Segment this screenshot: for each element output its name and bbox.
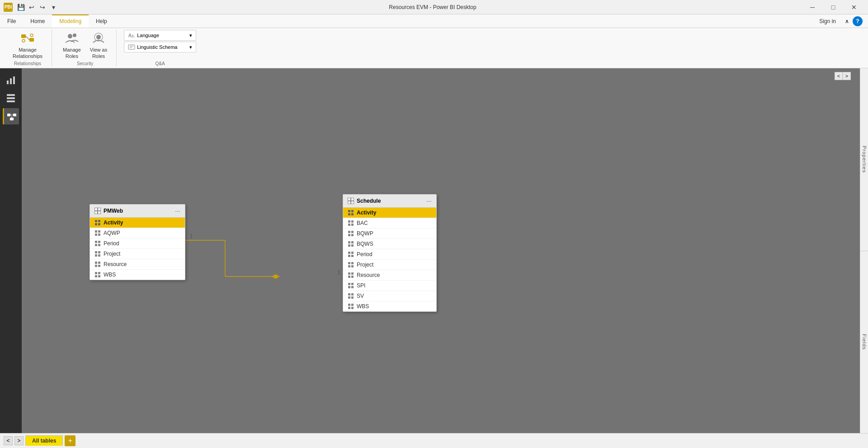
redo-button[interactable]: ↪ xyxy=(38,3,47,12)
schedule-row-activity-label: Activity xyxy=(357,210,376,216)
svg-rect-38 xyxy=(95,223,97,225)
undo-button[interactable]: ↩ xyxy=(27,3,36,12)
maximize-button[interactable]: □ xyxy=(823,0,844,14)
add-tab-button[interactable]: + xyxy=(65,435,75,446)
model-canvas[interactable]: 1 1 PMWeb ··· Activity A xyxy=(22,68,860,433)
svg-rect-57 xyxy=(98,272,100,274)
schedule-row-wbs[interactable]: WBS xyxy=(343,301,436,311)
schedule-wbs-icon xyxy=(348,303,354,310)
svg-rect-68 xyxy=(348,220,350,223)
language-label: Language xyxy=(137,33,159,38)
dropdown-button[interactable]: ▾ xyxy=(49,3,58,12)
expand-button[interactable]: ∧ xyxy=(845,18,849,24)
minimize-button[interactable]: ─ xyxy=(802,0,823,14)
view-as-roles-label: View asRoles xyxy=(90,47,107,59)
svg-rect-73 xyxy=(351,231,354,233)
svg-rect-48 xyxy=(95,251,97,253)
svg-rect-80 xyxy=(348,252,350,254)
linguistic-schema-button[interactable]: Linguistic Schema ▾ xyxy=(124,42,196,52)
svg-rect-92 xyxy=(348,283,350,285)
svg-rect-102 xyxy=(348,307,350,309)
ribbon-group-security: ManageRoles View asRoles Security xyxy=(54,30,117,66)
svg-rect-60 xyxy=(348,198,350,200)
tab-help[interactable]: Help xyxy=(89,14,114,28)
properties-panel-button[interactable]: Properties xyxy=(860,68,868,251)
pmweb-row-wbs[interactable]: WBS xyxy=(90,270,185,280)
svg-point-5 xyxy=(68,34,72,38)
sidebar-item-data[interactable] xyxy=(3,90,19,106)
schedule-more-button[interactable]: ··· xyxy=(426,197,432,205)
schedule-row-bac[interactable]: BAC xyxy=(343,218,436,229)
schedule-period-icon xyxy=(348,251,354,257)
tab-modeling[interactable]: Modeling xyxy=(52,14,89,28)
pmweb-header: PMWeb ··· xyxy=(90,205,185,218)
schedule-resource-icon xyxy=(348,272,354,278)
tab-all-tables[interactable]: All tables xyxy=(25,435,63,446)
svg-rect-87 xyxy=(351,265,354,267)
svg-rect-42 xyxy=(95,234,97,236)
svg-rect-101 xyxy=(351,304,354,306)
schedule-row-resource[interactable]: Resource xyxy=(343,270,436,281)
help-button[interactable]: ? xyxy=(853,16,863,26)
pmweb-activity-icon xyxy=(94,219,101,226)
svg-rect-72 xyxy=(348,231,350,233)
svg-rect-63 xyxy=(351,201,354,204)
view-as-roles-button[interactable]: View asRoles xyxy=(86,32,111,59)
sign-in-button[interactable]: Sign in xyxy=(814,16,841,26)
pmweb-row-period[interactable]: Period xyxy=(90,238,185,249)
pmweb-row-project[interactable]: Project xyxy=(90,249,185,259)
svg-rect-78 xyxy=(348,244,350,247)
pmweb-row-activity[interactable]: Activity xyxy=(90,218,185,228)
svg-rect-11 xyxy=(128,45,135,49)
view-as-roles-icon xyxy=(91,31,106,45)
security-group-label: Security xyxy=(77,61,93,66)
svg-rect-47 xyxy=(98,244,100,246)
schedule-row-spi[interactable]: SPI xyxy=(343,281,436,291)
tab-file[interactable]: File xyxy=(0,14,23,28)
svg-rect-64 xyxy=(348,210,350,212)
pmweb-row-resource[interactable]: Resource xyxy=(90,259,185,270)
svg-rect-70 xyxy=(348,224,350,226)
schedule-row-sv[interactable]: SV xyxy=(343,291,436,301)
schedule-row-project[interactable]: Project xyxy=(343,260,436,270)
tab-home[interactable]: Home xyxy=(23,14,52,28)
sidebar-item-report[interactable] xyxy=(3,72,19,88)
svg-rect-18 xyxy=(7,97,15,99)
svg-rect-51 xyxy=(98,254,100,257)
main-layout: 1 1 PMWeb ··· Activity A xyxy=(0,68,868,433)
fields-label: Fields xyxy=(862,334,867,350)
window-title: Resources EVM - Power BI Desktop xyxy=(63,4,802,10)
schedule-row-bqwp[interactable]: BQWP xyxy=(343,229,436,239)
svg-rect-37 xyxy=(98,220,100,222)
manage-roles-button[interactable]: ManageRoles xyxy=(59,32,85,59)
schedule-row-bqwp-label: BQWP xyxy=(357,230,373,237)
tab-nav-next[interactable]: > xyxy=(14,436,24,445)
manage-relationships-button[interactable]: ManageRelationships xyxy=(9,32,46,59)
schedule-row-wbs-label: WBS xyxy=(357,303,369,310)
pmweb-aqwp-icon xyxy=(94,230,101,236)
sidebar-item-model[interactable] xyxy=(3,108,19,124)
fields-panel-button[interactable]: Fields xyxy=(860,251,868,434)
svg-rect-67 xyxy=(351,213,354,215)
close-button[interactable]: ✕ xyxy=(844,0,864,14)
pmweb-more-button[interactable]: ··· xyxy=(175,207,180,214)
collapse-left-panel-button[interactable]: < xyxy=(835,72,843,80)
schedule-row-bqws[interactable]: BQWS xyxy=(343,239,436,249)
pmweb-row-aqwp[interactable]: AQWP xyxy=(90,228,185,238)
svg-rect-76 xyxy=(348,241,350,243)
ribbon-group-qa: A あ Language ▾ Linguistic Schema ▾ Q xyxy=(118,30,202,66)
schedule-bac-icon xyxy=(348,220,354,226)
language-button[interactable]: A あ Language ▾ xyxy=(124,30,196,41)
schedule-row-period[interactable]: Period xyxy=(343,249,436,260)
save-button[interactable]: 💾 xyxy=(16,3,25,12)
collapse-right-panel-button[interactable]: > xyxy=(843,72,851,80)
svg-rect-61 xyxy=(351,198,354,200)
svg-rect-71 xyxy=(351,224,354,226)
svg-rect-32 xyxy=(95,208,97,210)
tab-nav-prev[interactable]: < xyxy=(4,436,13,445)
pmweb-row-project-label: Project xyxy=(104,251,120,257)
schedule-row-activity[interactable]: Activity xyxy=(343,208,436,218)
svg-rect-0 xyxy=(21,34,26,38)
schedule-row-bac-label: BAC xyxy=(357,220,368,226)
right-panel: Properties Fields xyxy=(860,68,868,433)
